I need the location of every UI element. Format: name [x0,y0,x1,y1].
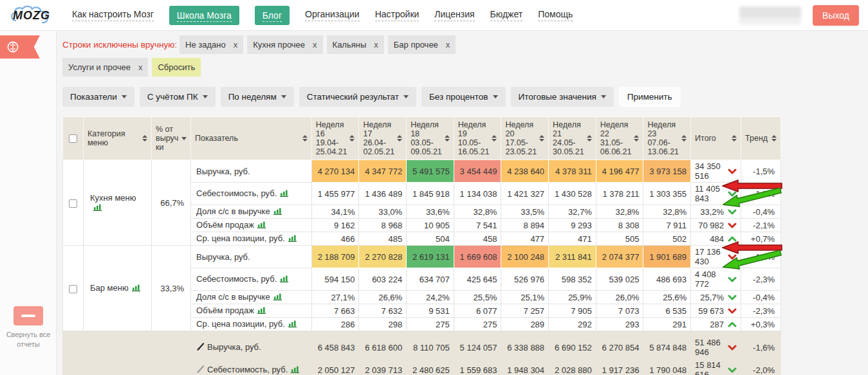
value-cell: 471 [549,232,596,246]
nav-item-1[interactable]: Школа Мозга [169,6,239,25]
nav-item-3[interactable]: Организации [305,9,360,21]
category-cell: Итого [84,331,152,375]
toolbar-dropdown-0[interactable]: Показатели [62,87,134,107]
bar-chart-icon[interactable] [132,284,140,293]
sort-arrows-icon[interactable] [397,135,402,142]
total-value: 59 673 [698,306,724,316]
total-value: 70 982 [698,221,724,230]
close-icon[interactable]: x [138,62,143,72]
col-header-week-20[interactable]: Неделя 2017.05-23.05.21 [501,117,549,160]
col-header-trend[interactable]: Тренд [741,117,781,160]
value-cell: 7 541 [454,219,501,232]
value-cell: 6 458 843 [311,331,359,359]
value-cell: 505 [596,232,643,246]
col-header-week-22[interactable]: Неделя 2231.05-06.06.21 [596,117,643,160]
value-cell: 25,9% [549,291,596,304]
toolbar-dropdown-3[interactable]: Статический результат [299,87,416,107]
caret-down-icon [281,95,286,98]
nav-item-6[interactable]: Бюджет [490,9,523,21]
nav-item-5[interactable]: Лицензия [434,9,474,21]
chevron-down-icon [728,276,737,283]
excluded-rows-filter-bar: Строки исключены вручную:Не заданоxКухня… [62,35,474,80]
close-icon[interactable]: x [313,40,317,50]
paintbrush-icon[interactable] [196,343,204,352]
bar-chart-icon[interactable] [288,320,297,329]
value-cell: 539 025 [596,268,643,291]
sort-desc-icon [181,137,187,140]
bar-chart-icon[interactable] [280,189,288,199]
chevron-up-icon [728,321,737,328]
category-cell: Кухня меню [84,160,152,246]
value-cell: 1 430 528 [549,183,596,205]
close-icon[interactable]: x [374,40,378,50]
value-cell: 7 905 [549,304,596,318]
report-ribbon[interactable] [0,35,40,59]
nav-item-2[interactable]: Блог [255,6,290,25]
close-icon[interactable]: x [234,40,238,50]
collapse-all-reports-button[interactable] [14,306,43,325]
col-header-week-23[interactable]: Неделя 2307.06-13.06.21 [643,117,691,160]
value-cell: 24,2% [407,291,454,304]
sort-arrows-icon[interactable] [771,135,777,142]
value-cell: 7 073 [596,304,643,318]
col-header-week-19[interactable]: Неделя 1910.05-16.05.21 [454,117,501,160]
col-header-week-18[interactable]: Неделя 1803.05-09.05.21 [407,117,454,160]
sort-arrows-icon[interactable] [681,135,687,142]
toolbar-dropdown-1[interactable]: С учётом ПК [140,87,216,107]
bar-chart-icon[interactable] [288,234,297,244]
bar-chart-icon[interactable] [257,306,266,316]
category-label: Бар меню [90,283,129,293]
row-checkbox[interactable] [69,285,77,293]
logout-button[interactable]: Выход [813,5,859,26]
sort-arrows-icon[interactable] [445,135,450,142]
nav-item-4[interactable]: Настройки [375,9,420,21]
toolbar-dropdown-4[interactable]: Без процентов [421,87,506,107]
metric-cell: Доля с/с в выручке [191,291,312,304]
sort-arrows-icon[interactable] [732,135,737,142]
nav-item-label: Блог [263,10,282,22]
metric-cell: Выручка, руб. [191,331,312,359]
bar-chart-icon[interactable] [273,293,282,302]
select-all-checkbox[interactable] [69,134,77,143]
value-cell: 292 [549,318,596,331]
sort-arrows-icon[interactable] [349,135,355,142]
sort-arrows-icon[interactable] [539,135,544,142]
total-value: 25,7% [700,293,724,302]
nav-item-7[interactable]: Помощь [538,9,573,21]
toolbar-dropdown-5[interactable]: Итоговые значения [511,87,614,107]
sort-arrows-icon[interactable] [302,135,308,142]
value-cell: 34,1% [311,205,359,219]
row-checkbox[interactable] [69,199,77,208]
metric-cell: Объём продаж [191,219,312,232]
excluded-row-chip: Услуги и прочееx [62,58,148,77]
col-header-week-17[interactable]: Неделя 1726.04-02.05.21 [359,117,407,160]
sort-arrows-icon[interactable] [492,135,497,142]
chip-label: Услуги и прочее [68,62,131,72]
bar-chart-icon[interactable] [291,365,299,375]
value-cell: 466 [311,232,359,246]
col-header-revenue-pct[interactable]: % от выручки [152,117,191,160]
sort-arrows-icon[interactable] [634,135,639,142]
mozg-logo[interactable]: MOZG [9,3,55,28]
value-cell: 634 707 [407,268,454,291]
bar-chart-icon[interactable] [280,275,288,284]
bar-chart-icon[interactable] [273,207,282,217]
col-header-metric[interactable]: Показатель [191,117,312,160]
metric-cell: Выручка, руб. [191,160,312,183]
col-header-week-16[interactable]: Неделя 1619.04-25.04.21 [311,117,359,160]
close-icon[interactable]: x [446,40,450,50]
col-header-category[interactable]: Категория меню [84,117,152,160]
nav-item-0[interactable]: Как настроить Мозг [72,9,154,21]
apply-button[interactable]: Применить [619,87,681,107]
reset-filters-chip[interactable]: Сбросить [152,58,201,77]
value-cell: 5 124 057 [454,331,501,359]
bar-chart-icon[interactable] [93,203,102,213]
sort-arrows-icon[interactable] [142,135,147,142]
col-header-week-21[interactable]: Неделя 2124.05-30.05.21 [549,117,596,160]
sort-arrows-icon[interactable] [587,135,592,142]
paintbrush-icon[interactable] [196,365,204,375]
col-header-total[interactable]: Итого [691,117,741,160]
bar-chart-icon[interactable] [257,221,266,230]
dropdown-label: Показатели [70,92,117,102]
toolbar-dropdown-2[interactable]: По неделям [221,87,294,107]
